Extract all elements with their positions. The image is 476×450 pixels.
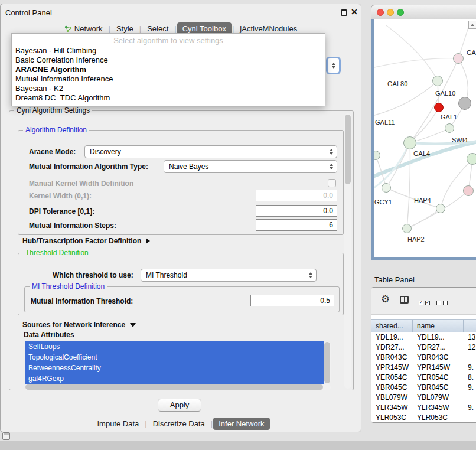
data-attributes-label: Data Attributes xyxy=(24,331,74,339)
bottom-tab-impute-data[interactable]: Impute Data xyxy=(92,418,144,430)
table-cell: YLR345W xyxy=(371,403,413,413)
table-cell: 8. xyxy=(464,373,476,383)
kernel-width-input: 0.0 xyxy=(256,190,337,201)
manual-kernel-checkbox xyxy=(328,179,336,187)
zoom-traffic-light-icon[interactable] xyxy=(397,9,404,16)
mi-threshold-group: MI Threshold Definition Mutual Informati… xyxy=(24,286,340,312)
settings-scrollbar-thumb[interactable] xyxy=(345,115,351,184)
apply-button[interactable]: Apply xyxy=(158,399,201,412)
network-node[interactable] xyxy=(402,224,412,233)
algorithm-option[interactable]: Basic Correlation Inference xyxy=(12,56,325,65)
table-cell: YLR053C xyxy=(413,413,464,423)
network-node[interactable] xyxy=(453,53,464,64)
mi-threshold-input[interactable]: 0.5 xyxy=(250,295,334,306)
bottom-tab-infer-network[interactable]: Infer Network xyxy=(213,418,269,430)
aracne-mode-label: Aracne Mode: xyxy=(29,148,76,156)
network-icon xyxy=(64,25,72,32)
algorithm-option[interactable]: Mutual Information Inference xyxy=(12,74,325,84)
algorithm-dropdown-placeholder: Select algorithm to view settings xyxy=(12,35,325,46)
which-threshold-label: Which threshold to use: xyxy=(53,271,133,279)
attribute-list-scrollbar-thumb[interactable] xyxy=(324,342,330,383)
network-window-titlebar[interactable] xyxy=(371,5,476,19)
column-header[interactable] xyxy=(464,320,476,332)
desktop: Control Panel ✕ Network|Style|Select|Cyn… xyxy=(0,0,476,450)
settings-scrollbar[interactable] xyxy=(344,113,351,389)
column-selector-icon[interactable] xyxy=(400,295,409,306)
close-traffic-light-icon[interactable] xyxy=(377,9,384,16)
gear-icon[interactable]: ⚙ xyxy=(381,294,390,304)
algorithm-option[interactable]: ARACNE Algorithm xyxy=(12,65,325,74)
threshold-definition-group: Threshold Definition Which threshold to … xyxy=(18,253,344,315)
bottom-tab-discretize-data[interactable]: Discretize Data xyxy=(148,418,210,430)
node-label: GAL4 xyxy=(413,150,430,157)
table-row[interactable]: YBL079WYBL079W xyxy=(371,393,476,403)
float-window-icon[interactable] xyxy=(341,9,347,16)
threshold-definition-title: Threshold Definition xyxy=(23,249,91,257)
table-cell: YDL19... xyxy=(371,332,413,343)
aracne-mode-value: Discovery xyxy=(90,148,121,156)
up-arrow-icon xyxy=(332,63,335,65)
network-view-window: GALGAL80GAL10GAL11GAL1SWI4GAL4GCY1HAP4HA… xyxy=(371,5,476,260)
node-label: GAL11 xyxy=(375,119,395,126)
sources-section-toggle[interactable]: Sources for Network Inference xyxy=(22,321,136,329)
algorithm-option[interactable]: Bayesian - K2 xyxy=(12,84,325,93)
node-label: GAL1 xyxy=(441,113,457,120)
mi-steps-label: Mutual Information Steps: xyxy=(29,221,116,230)
table-row[interactable]: YLR053CYLR053C xyxy=(371,413,476,423)
network-node[interactable] xyxy=(445,123,454,133)
mi-type-select[interactable]: Naive Bayes xyxy=(164,160,337,173)
hub-definition-toggle[interactable]: Hub/Transcription Factor Definition xyxy=(22,237,150,245)
table-cell: YBR043C xyxy=(413,353,464,363)
network-node[interactable] xyxy=(434,103,444,112)
collapsed-panel-icon[interactable] xyxy=(2,432,10,440)
scroll-up-button[interactable] xyxy=(468,21,476,29)
column-header[interactable]: name xyxy=(413,320,464,332)
select-all-icon[interactable] xyxy=(419,297,432,308)
attribute-item[interactable]: TopologicalCoefficient xyxy=(25,352,324,363)
network-node[interactable] xyxy=(403,136,416,149)
algorithm-option[interactable]: Dream8 DC_TDC Algorithm xyxy=(12,93,325,103)
table-row[interactable]: YLR345WYLR345W9. xyxy=(371,403,476,413)
attribute-list-scrollbar[interactable] xyxy=(324,341,331,384)
tab-label: Network xyxy=(74,24,103,33)
network-node[interactable] xyxy=(463,185,474,196)
deselect-all-icon[interactable] xyxy=(436,297,449,308)
table-cell: YER054C xyxy=(413,373,464,383)
chevron-right-icon xyxy=(146,238,150,244)
hub-definition-label: Hub/Transcription Factor Definition xyxy=(22,237,141,245)
table-row[interactable]: YBR045CYBR045C9. xyxy=(371,383,476,393)
column-header[interactable]: shared... xyxy=(371,320,413,332)
which-threshold-select[interactable]: MI Threshold xyxy=(141,269,317,282)
table-row[interactable]: YDR27...YDR27...12 xyxy=(371,343,476,353)
network-node[interactable] xyxy=(436,204,445,213)
node-label: GAL80 xyxy=(387,80,407,87)
attribute-item[interactable]: BetweennessCentrality xyxy=(25,363,324,373)
close-icon[interactable]: ✕ xyxy=(351,7,358,17)
network-node[interactable] xyxy=(432,76,443,86)
network-canvas[interactable]: GALGAL80GAL10GAL11GAL1SWI4GAL4GCY1HAP4HA… xyxy=(374,19,476,257)
network-node[interactable] xyxy=(382,183,391,193)
kernel-width-label: Kernel Width (0,1): xyxy=(29,192,92,200)
stepper-arrows-icon xyxy=(309,272,313,278)
minimize-traffic-light-icon[interactable] xyxy=(387,9,394,16)
aracne-mode-select[interactable]: Discovery xyxy=(84,145,337,158)
network-node[interactable] xyxy=(458,97,471,110)
attribute-item[interactable]: gal4RGexp xyxy=(25,373,324,384)
mi-steps-input[interactable]: 6 xyxy=(256,219,337,231)
table-row[interactable]: YPR145WYPR145W9. xyxy=(371,363,476,373)
dpi-tolerance-label: DPI Tolerance [0,1]: xyxy=(29,207,94,216)
network-node[interactable] xyxy=(467,153,476,165)
table-row[interactable]: YER054CYER054C8. xyxy=(371,373,476,383)
algorithm-combo-stepper-icon[interactable] xyxy=(326,57,341,74)
algorithm-option[interactable]: Bayesian - Hill Climbing xyxy=(12,46,325,56)
node-label: GAL10 xyxy=(435,90,455,97)
stepper-arrows-icon xyxy=(330,164,334,169)
attribute-item[interactable]: SelfLoops xyxy=(25,341,324,352)
tab-separator: | xyxy=(144,419,147,428)
table-row[interactable]: YBR043CYBR043C xyxy=(371,353,476,363)
attribute-list-hscrollbar-thumb[interactable] xyxy=(25,384,323,390)
dpi-tolerance-input[interactable]: 0.0 xyxy=(256,205,337,217)
attribute-list-hscrollbar[interactable] xyxy=(25,384,331,390)
table-row[interactable]: YDL19...YDL19...13 xyxy=(371,332,476,343)
table-cell: YPR145W xyxy=(413,363,464,373)
